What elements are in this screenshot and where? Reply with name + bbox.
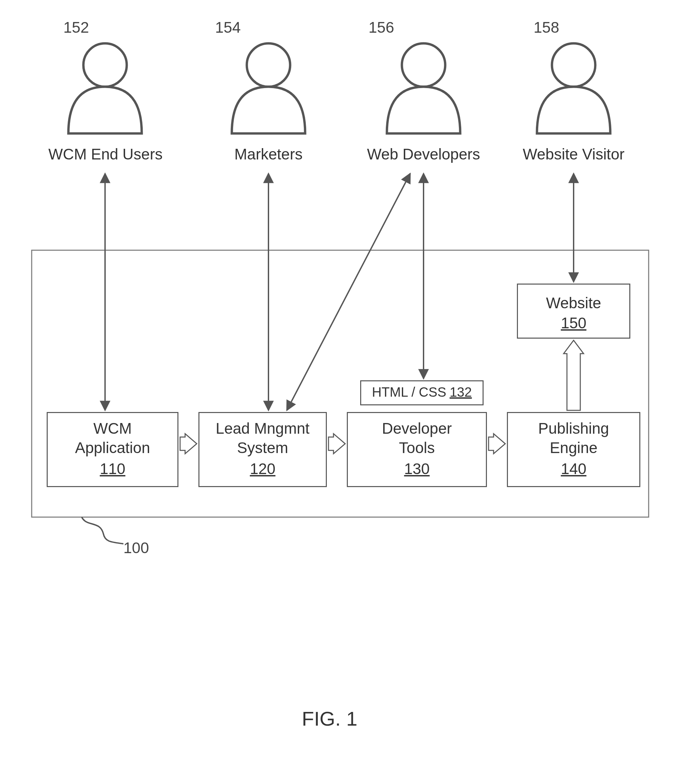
actor-label-developers: Web Developers: [365, 145, 482, 163]
svg-line-9: [287, 174, 410, 410]
figure-caption: FIG. 1: [302, 707, 357, 730]
publishing-engine-box: Publishing Engine 140: [507, 412, 640, 487]
svg-point-3: [552, 43, 595, 87]
actor-label-users: WCM End Users: [48, 145, 162, 163]
actor-icon-developers: [387, 43, 460, 133]
system-ref-100: 100: [123, 539, 149, 557]
pub-line2: Engine: [549, 439, 597, 456]
wcm-line2: Application: [75, 439, 150, 456]
svg-point-0: [83, 43, 127, 87]
pub-line1: Publishing: [538, 420, 609, 437]
wcm-app-box: WCM Application 110: [47, 412, 178, 487]
actor-ref-156: 156: [368, 18, 394, 36]
actor-ref-158: 158: [534, 18, 559, 36]
htmlcss-ref: 132: [450, 385, 472, 399]
website-box: Website 150: [517, 284, 630, 339]
lead-line2: System: [237, 439, 288, 456]
actor-icon-users: [68, 43, 142, 133]
actor-icon-visitor: [537, 43, 610, 133]
wcm-ref: 110: [48, 459, 178, 479]
dev-ref: 130: [348, 459, 486, 479]
actor-label-marketers: Marketers: [230, 145, 307, 163]
lead-mgmt-box: Lead Mngmnt System 120: [198, 412, 327, 487]
pub-ref: 140: [508, 459, 639, 479]
actor-ref-152: 152: [63, 18, 89, 36]
svg-point-1: [247, 43, 290, 87]
svg-point-2: [402, 43, 445, 87]
actor-icon-marketers: [232, 43, 305, 133]
website-label: Website: [546, 294, 601, 312]
diagram-canvas: 152 154 156 158 WCM End Users Marketers …: [0, 0, 680, 784]
developer-tools-box: Developer Tools 130: [347, 412, 487, 487]
lead-line1: Lead Mngmnt: [216, 420, 310, 437]
htmlcss-label: HTML / CSS: [372, 385, 446, 399]
actor-ref-154: 154: [215, 18, 241, 36]
lead-ref: 120: [200, 459, 326, 479]
wcm-line1: WCM: [93, 420, 132, 437]
dev-line2: Tools: [399, 439, 434, 456]
website-ref: 150: [518, 314, 629, 332]
dev-line1: Developer: [382, 420, 452, 437]
htmlcss-box: HTML / CSS132: [360, 380, 483, 405]
actor-label-visitor: Website Visitor: [519, 145, 629, 163]
